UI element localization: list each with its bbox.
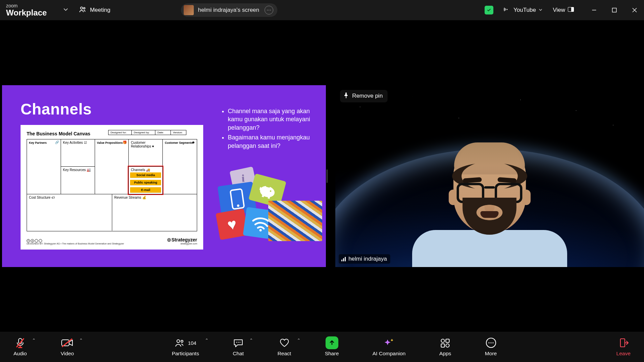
window-controls (591, 7, 638, 13)
maximize-button[interactable] (611, 7, 618, 13)
remove-pin-label: Remove pin (352, 93, 383, 99)
bmc-cell-customer-relationships: Customer Relationships ♥ (129, 139, 162, 167)
business-model-canvas: The Business Model Canvas Designed for: … (21, 125, 203, 250)
ai-companion-label: AI Companion (372, 351, 405, 357)
share-up-arrow-icon (326, 337, 338, 349)
bmc-label-cs: Customer Segments (165, 141, 193, 144)
svg-point-1 (84, 7, 85, 9)
video-caret-icon[interactable]: ⌃ (79, 338, 83, 343)
streaming-destination-button[interactable]: YouTube (503, 6, 543, 14)
bmc-label-kp: Key Partners (29, 141, 47, 144)
chat-caret-icon[interactable]: ⌃ (249, 338, 253, 343)
sticky-note-social-media: Social media (130, 172, 161, 178)
chevron-down-icon (539, 7, 543, 13)
presentation-slide: Channels The Business Model Canvas Desig… (2, 85, 326, 267)
svg-point-10 (237, 204, 239, 207)
svg-point-31 (446, 344, 449, 347)
presenter-silhouette (417, 112, 562, 267)
bmc-cc-icons: ©●◦◦ (27, 239, 124, 242)
bmc-meta-version: Version: (171, 130, 186, 135)
video-feed (335, 85, 644, 267)
sticky-note-public-speaking: Public speaking (130, 180, 161, 185)
video-label: Video (61, 351, 74, 357)
svg-point-35 (492, 342, 493, 343)
bmc-meta-designed-for: Designed for: (108, 130, 132, 135)
meeting-button[interactable]: Meeting (74, 4, 114, 17)
svg-rect-29 (446, 339, 449, 342)
sharing-label: helmi indrajaya's screen (198, 7, 259, 13)
bmc-meta-date: Date: (155, 130, 171, 135)
svg-point-28 (441, 339, 444, 342)
topbar-right-group: YouTube View (485, 6, 638, 14)
check-icon: ☑ (84, 141, 87, 144)
more-ellipsis-icon (485, 337, 497, 349)
audio-caret-icon[interactable]: ⌃ (32, 338, 36, 343)
tag-icon: 🏷 (52, 196, 55, 199)
participants-button[interactable]: 104 Participants ⌃ (172, 337, 199, 357)
participant-name-label: helmi indrajaya (348, 256, 387, 262)
video-button[interactable]: Video ⌃ (61, 337, 74, 357)
view-label: View (553, 7, 565, 13)
svg-point-23 (177, 340, 179, 342)
svg-rect-6 (612, 8, 616, 12)
participants-count-icon: 104 (175, 337, 196, 349)
slide-bullet-list: Channel mana saja yang akan kamu gunakan… (221, 107, 319, 152)
leave-icon (618, 337, 629, 349)
brand-zoom-text: zoom (6, 3, 47, 8)
streaming-destination-label: YouTube (514, 7, 536, 13)
ai-companion-button[interactable]: AI Companion (372, 337, 405, 357)
svg-point-24 (181, 340, 183, 342)
participants-caret-icon[interactable]: ⌃ (205, 338, 209, 343)
svg-point-27 (240, 342, 241, 343)
main-area: Channels The Business Model Canvas Desig… (0, 20, 644, 332)
strategyzer-url: strategyzer.com (167, 242, 197, 245)
encryption-shield-icon[interactable] (485, 6, 493, 14)
gift-icon: 🎁 (123, 140, 127, 144)
more-label: More (485, 351, 497, 357)
live-stream-icon (503, 6, 511, 14)
leave-label: Leave (616, 351, 631, 357)
share-screen-button[interactable]: Share (325, 337, 339, 357)
sharing-more-icon[interactable]: ⋯ (265, 6, 273, 14)
close-button[interactable] (631, 7, 638, 13)
leave-meeting-button[interactable]: Leave (616, 337, 631, 357)
more-button[interactable]: More (485, 337, 497, 357)
signal-icon (341, 257, 346, 261)
svg-point-25 (236, 342, 237, 343)
pane-resize-handle[interactable] (326, 169, 329, 183)
sticky-note-email: E-mail (130, 187, 161, 193)
bmc-column-activities-resources: Key Activities ☑ Key Resources 🏭 (61, 139, 95, 194)
apps-button[interactable]: Apps (439, 337, 451, 357)
remove-pin-button[interactable]: Remove pin (340, 90, 388, 102)
bmc-column-relationships-channels: Customer Relationships ♥ Channels 🚚 Soci… (129, 139, 163, 194)
react-label: React (277, 351, 291, 357)
strategyzer-logo: Strategyzer (167, 237, 197, 242)
bmc-cell-customer-segments: Customer Segments ☻ (163, 139, 197, 194)
svg-point-26 (238, 342, 239, 343)
svg-point-0 (81, 7, 83, 9)
svg-point-2 (507, 9, 508, 10)
apps-label: Apps (439, 351, 451, 357)
svg-point-16 (259, 229, 262, 231)
svg-rect-4 (571, 7, 574, 12)
svg-rect-36 (620, 339, 625, 347)
pinned-video-pane: Remove pin helmi indrajaya (335, 85, 644, 267)
react-button[interactable]: React ⌃ (277, 337, 291, 357)
slide-bullet-1: Channel mana saja yang akan kamu gunakan… (228, 107, 319, 132)
bmc-label-rev: Revenue Streams (114, 196, 141, 199)
top-bar: zoom Workplace Meeting helmi indrajaya's… (0, 0, 644, 20)
money-icon: 💰 (142, 196, 146, 199)
slide-bullet-2: Bagaimana kamu menjangkau pelanggan saat… (228, 133, 319, 150)
pin-icon (343, 92, 349, 100)
chat-button[interactable]: Chat ⌃ (233, 337, 244, 357)
tile-market-photo (268, 201, 322, 241)
view-layout-button[interactable]: View (553, 7, 574, 13)
minimize-button[interactable] (591, 7, 597, 13)
sharing-indicator-pill[interactable]: helmi indrajaya's screen ⋯ (181, 3, 277, 17)
shared-screen-pane: Channels The Business Model Canvas Desig… (2, 85, 326, 267)
react-caret-icon[interactable]: ⌃ (297, 338, 301, 343)
bmc-label-cost: Cost Structure (29, 196, 51, 199)
workspace-chevron-down-icon[interactable] (63, 7, 68, 13)
audio-button[interactable]: Audio ⌃ (13, 337, 27, 357)
participants-icon (79, 6, 87, 15)
